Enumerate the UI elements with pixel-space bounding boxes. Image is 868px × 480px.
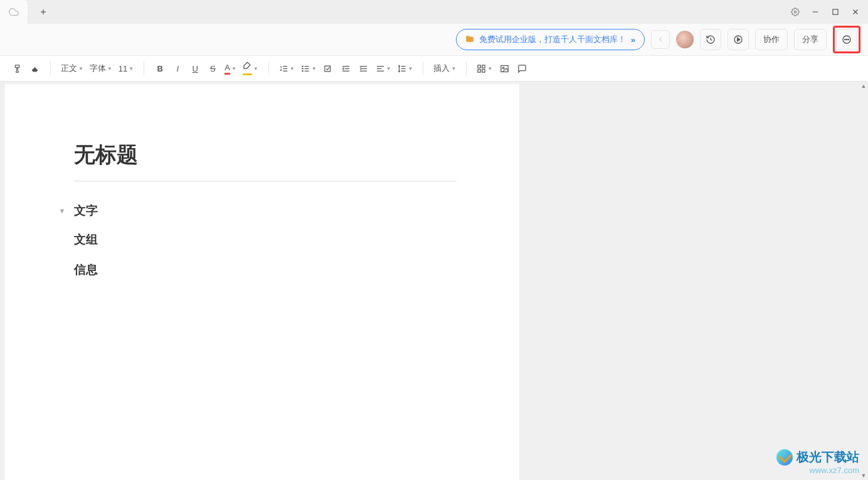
indent-decrease-button[interactable]: [338, 60, 354, 77]
svg-point-11: [846, 39, 847, 40]
active-tab[interactable]: [0, 0, 28, 24]
svg-point-20: [302, 68, 303, 68]
side-panel: ▲ ▼: [519, 82, 868, 480]
maximize-button[interactable]: [827, 3, 844, 21]
editor-toolbar: 正文▼ 字体▼ 11▼ B I U S A▼ ▼ ▼ ▼: [0, 55, 868, 82]
play-button[interactable]: [728, 29, 749, 50]
header-bar: 免费试用企业版，打造千人千面文档库！ » 协作 分享: [0, 24, 868, 55]
maximize-icon: [831, 8, 840, 16]
window-controls: [786, 0, 864, 24]
history-button[interactable]: [700, 29, 721, 50]
document-title[interactable]: 无标题: [74, 141, 457, 181]
content-block[interactable]: 信息: [74, 262, 450, 278]
content-block[interactable]: 文组: [74, 232, 450, 248]
strikethrough-button[interactable]: S: [204, 60, 221, 77]
underline-button[interactable]: U: [187, 60, 203, 77]
align-button[interactable]: ▼: [373, 60, 394, 77]
eraser-icon: [30, 64, 40, 73]
collapse-caret-icon[interactable]: ▼: [56, 207, 68, 215]
align-left-icon: [376, 64, 385, 73]
italic-button[interactable]: I: [169, 60, 186, 77]
svg-point-21: [302, 70, 303, 71]
indent-icon: [359, 64, 368, 73]
unordered-list-icon: [301, 64, 310, 73]
collaborate-button[interactable]: 协作: [755, 29, 788, 50]
document-page[interactable]: 无标题 ▼ 文字 文组 信息: [5, 84, 519, 480]
checklist-button[interactable]: [320, 60, 337, 77]
ordered-list-button[interactable]: ▼: [277, 60, 297, 77]
gear-icon: [791, 8, 800, 16]
folder-icon: [465, 35, 474, 45]
svg-point-19: [302, 66, 303, 67]
more-horizontal-icon: [842, 35, 852, 45]
play-circle-icon: [733, 35, 743, 45]
cloud-icon: [9, 7, 19, 17]
ordered-list-icon: [279, 64, 288, 73]
scroll-down-icon[interactable]: ▼: [859, 471, 868, 480]
font-family-select[interactable]: 字体▼: [87, 60, 115, 77]
image-button[interactable]: [496, 60, 512, 77]
checklist-icon: [324, 64, 333, 73]
table-button[interactable]: ▼: [474, 60, 495, 77]
watermark-url: www.xz7.com: [776, 466, 859, 475]
svg-point-10: [845, 39, 845, 40]
clear-format-button[interactable]: [26, 60, 43, 77]
scroll-up-icon[interactable]: ▲: [859, 82, 868, 90]
svg-rect-36: [482, 65, 485, 67]
title-bar: [0, 0, 868, 24]
chevron-double-right-icon: »: [631, 35, 635, 45]
highlight-color-button[interactable]: ▼: [240, 60, 261, 77]
svg-rect-22: [325, 66, 331, 72]
font-color-button[interactable]: A▼: [222, 60, 239, 77]
watermark: 极光下载站 www.xz7.com: [776, 449, 859, 475]
more-button[interactable]: [836, 29, 857, 50]
font-size-select[interactable]: 11▼: [116, 60, 136, 77]
unordered-list-button[interactable]: ▼: [299, 60, 319, 77]
more-button-highlight: [833, 26, 860, 53]
watermark-title: 极光下载站: [797, 449, 859, 466]
line-height-icon: [398, 64, 407, 73]
new-tab-button[interactable]: [34, 3, 53, 21]
promo-banner[interactable]: 免费试用企业版，打造千人千面文档库！ »: [456, 29, 645, 50]
bold-button[interactable]: B: [152, 60, 168, 77]
highlighter-icon: [243, 61, 252, 75]
comment-icon: [517, 64, 527, 73]
close-button[interactable]: [847, 3, 864, 21]
minimize-button[interactable]: [807, 3, 824, 21]
svg-rect-35: [478, 65, 480, 67]
comment-button[interactable]: [514, 60, 530, 77]
settings-button[interactable]: [786, 3, 804, 21]
svg-point-2: [794, 11, 797, 13]
svg-point-40: [502, 67, 504, 69]
indent-increase-button[interactable]: [356, 60, 372, 77]
user-avatar[interactable]: [676, 31, 694, 48]
svg-rect-37: [478, 69, 480, 72]
minimize-icon: [811, 8, 820, 16]
paragraph-style-select[interactable]: 正文▼: [58, 60, 86, 77]
content-area: 无标题 ▼ 文字 文组 信息 ▲ ▼: [0, 82, 868, 480]
nav-back-button[interactable]: [651, 30, 670, 49]
promo-text: 免费试用企业版，打造千人千面文档库！: [479, 34, 626, 45]
svg-rect-4: [833, 9, 838, 14]
svg-point-12: [848, 39, 849, 40]
insert-menu[interactable]: 插入▼: [431, 60, 458, 77]
history-icon: [706, 35, 716, 45]
format-painter-button[interactable]: [9, 60, 25, 77]
vertical-scrollbar[interactable]: ▲ ▼: [859, 82, 868, 480]
share-button[interactable]: 分享: [794, 29, 827, 50]
content-block[interactable]: ▼ 文字: [56, 203, 450, 219]
image-icon: [500, 64, 509, 73]
plus-icon: [39, 8, 48, 16]
outdent-icon: [341, 64, 351, 73]
svg-rect-38: [482, 69, 485, 72]
grid-icon: [477, 64, 486, 73]
chevron-left-icon: [657, 36, 664, 43]
close-icon: [851, 8, 860, 16]
format-painter-icon: [13, 64, 22, 73]
block-text: 文字: [74, 203, 98, 219]
svg-marker-8: [738, 38, 740, 41]
line-height-button[interactable]: ▼: [395, 60, 416, 77]
watermark-logo-icon: [776, 449, 793, 466]
